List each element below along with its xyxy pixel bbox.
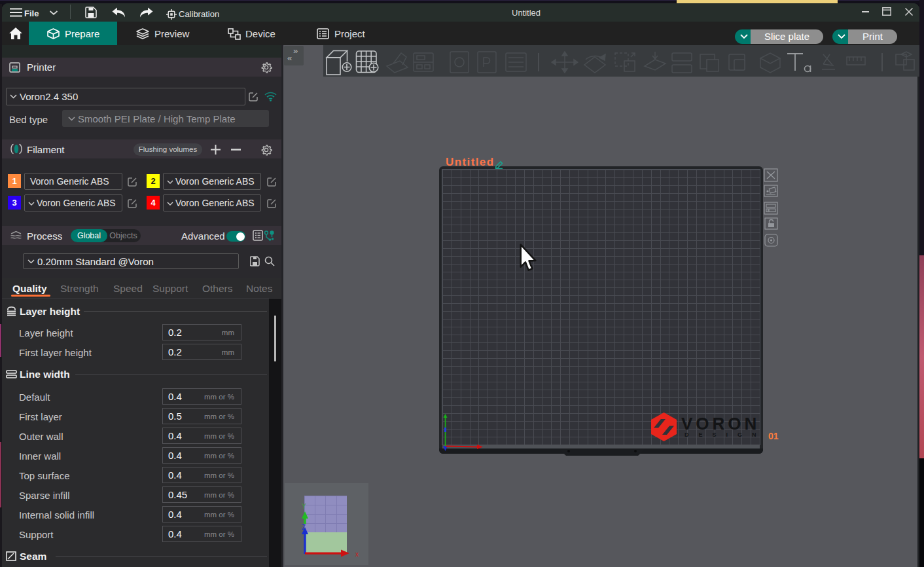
svg-text:x: x [355, 551, 359, 558]
svg-text:Y: Y [302, 503, 306, 510]
